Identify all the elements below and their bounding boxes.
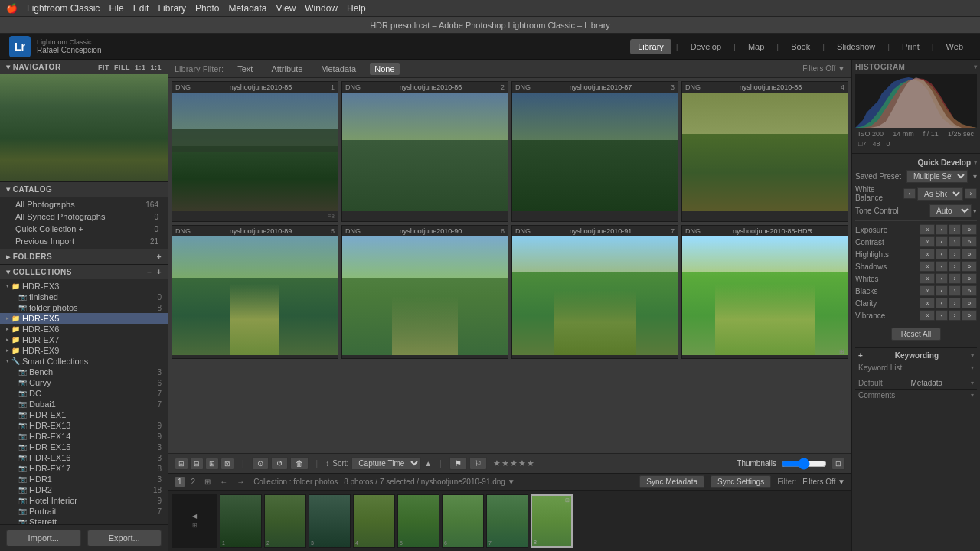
white-balance-select[interactable]: As Shot Auto Daylight	[917, 187, 963, 201]
qd-inc-dbl-highlights[interactable]: »	[962, 249, 977, 259]
delete-btn[interactable]: 🗑	[290, 457, 309, 470]
collection-hdr-ex13[interactable]: 📷 HDR-EX13 9	[0, 420, 168, 431]
status-next-btn[interactable]: →	[234, 477, 247, 487]
qd-dec-dbl-shadows[interactable]: «	[920, 261, 935, 272]
sort-select[interactable]: Capture Time File Name Rating	[351, 457, 421, 470]
status-view-2[interactable]: 2	[188, 477, 199, 487]
star-3[interactable]: ★	[510, 458, 518, 468]
keyword-list-collapse[interactable]: ▾	[971, 364, 974, 371]
tone-control-arrow[interactable]: ▾	[973, 207, 977, 215]
saved-preset-select[interactable]: Multiple Setti... Default	[906, 170, 968, 183]
module-tab-library[interactable]: Library	[630, 39, 671, 54]
photo-cell-1[interactable]: DNG nyshootjune2010-85 1 ≡8	[172, 81, 338, 222]
menu-help[interactable]: Help	[347, 3, 366, 14]
qd-inc-dbl-exposure[interactable]: »	[962, 224, 977, 235]
export-button[interactable]: Export...	[87, 530, 162, 546]
photo-cell-5[interactable]: DNG nyshootjune2010-89 5	[172, 225, 338, 359]
nav-fill-btn[interactable]: FILL	[114, 64, 130, 71]
qd-inc-dbl-blacks[interactable]: »	[962, 285, 977, 296]
collection-curvy[interactable]: 📷 Curvy 6	[0, 377, 168, 388]
qd-dec-dbl-exposure[interactable]: «	[920, 224, 935, 235]
collection-hdr-ex3[interactable]: ▾ 📁 HDR-EX3	[0, 281, 168, 292]
collection-smart[interactable]: ▾ 🔧 Smart Collections	[0, 356, 168, 367]
collection-hdr-ex15[interactable]: 📷 HDR-EX15 3	[0, 442, 168, 452]
rotate-btn[interactable]: ↺	[271, 457, 288, 470]
qd-dec-shadows[interactable]: ‹	[936, 261, 948, 272]
keywording-collapse-icon[interactable]: ▾	[971, 352, 974, 359]
menu-metadata[interactable]: Metadata	[228, 3, 266, 14]
collections-header[interactable]: ▾ COLLECTIONS − +	[0, 265, 168, 279]
module-tab-web[interactable]: Web	[939, 39, 971, 54]
collection-sterrett[interactable]: 📷 Sterrett	[0, 517, 168, 524]
filmstrip-thumb-7[interactable]: 7	[486, 494, 528, 548]
import-button[interactable]: Import...	[6, 530, 81, 546]
collection-hdr-ex14[interactable]: 📷 HDR-EX14 9	[0, 431, 168, 442]
module-tab-slideshow[interactable]: Slideshow	[829, 39, 883, 54]
qd-dec-whites[interactable]: ‹	[936, 273, 948, 284]
collection-hotel-interior[interactable]: 📷 Hotel Interior 9	[0, 495, 168, 506]
filmstrip-thumb-6[interactable]: 6	[442, 494, 484, 548]
collection-folder-photos[interactable]: 📷 folder photos 8	[0, 302, 168, 313]
filmstrip-thumb-1[interactable]: 1	[220, 494, 262, 548]
star-1[interactable]: ★	[493, 458, 501, 468]
tone-control-select[interactable]: Auto Manual	[929, 204, 972, 217]
flag-btn[interactable]: ⚑	[449, 457, 467, 470]
qd-dec-exposure[interactable]: ‹	[936, 224, 948, 235]
folders-add-icon[interactable]: +	[157, 253, 162, 261]
qd-dec-dbl-whites[interactable]: «	[920, 273, 935, 284]
filter-tab-metadata[interactable]: Metadata	[316, 63, 361, 75]
filmstrip-thumb-4[interactable]: 4	[353, 494, 395, 548]
module-tab-book[interactable]: Book	[783, 39, 818, 54]
collection-hdr-ex1[interactable]: 📷 HDR-EX1	[0, 409, 168, 420]
collection-portrait[interactable]: 📷 Portrait 7	[0, 506, 168, 517]
qd-inc-dbl-contrast[interactable]: »	[962, 236, 977, 247]
menu-edit[interactable]: Edit	[133, 3, 149, 14]
collection-finished[interactable]: 📷 finished 0	[0, 292, 168, 302]
status-prev-btn[interactable]: ←	[217, 477, 230, 487]
metadata-collapse-icon[interactable]: ▾	[971, 380, 974, 386]
filmstrip-thumb-8[interactable]: 8 ⊞	[531, 494, 573, 548]
catalog-quick-collection[interactable]: Quick Collection + 0	[0, 223, 168, 235]
nav-1to1-btn[interactable]: 1:1	[135, 64, 146, 71]
qd-dec-clarity[interactable]: ‹	[936, 298, 948, 308]
star-4[interactable]: ★	[518, 458, 526, 468]
sort-direction[interactable]: ▲	[424, 459, 432, 468]
grid-view-btn[interactable]: ⊞	[175, 458, 188, 470]
photo-cell-7[interactable]: DNG nyshootjune2010-91 7	[511, 225, 678, 359]
photo-cell-8[interactable]: DNG nyshootjune2010-85-HDR ⊞	[681, 225, 848, 359]
module-tab-print[interactable]: Print	[894, 39, 927, 54]
module-tab-map[interactable]: Map	[740, 39, 772, 54]
nav-1to1b-btn[interactable]: 1:1	[150, 64, 162, 71]
photo-cell-3[interactable]: DNG nyshootjune2010-87 3	[511, 81, 678, 222]
unflag-btn[interactable]: ⚐	[469, 457, 487, 470]
star-5[interactable]: ★	[527, 458, 534, 468]
menu-photo[interactable]: Photo	[195, 3, 219, 14]
survey-view-btn[interactable]: ⊠	[220, 458, 234, 470]
filter-tab-attribute[interactable]: Attribute	[266, 63, 307, 75]
star-2[interactable]: ★	[501, 458, 509, 468]
histogram-collapse-icon[interactable]: ▾	[974, 64, 978, 70]
qd-inc-clarity[interactable]: ›	[949, 298, 961, 308]
reset-all-btn[interactable]: Reset All	[891, 328, 941, 341]
catalog-header[interactable]: ▾ CATALOG	[0, 182, 168, 197]
comments-collapse-icon[interactable]: ▾	[971, 392, 974, 399]
filmstrip-thumb-3[interactable]: 3	[309, 494, 351, 548]
thumbnail-expand-btn[interactable]: ⊡	[831, 458, 845, 470]
module-tab-develop[interactable]: Develop	[683, 39, 729, 54]
qd-inc-shadows[interactable]: ›	[949, 261, 961, 272]
compare-view-btn[interactable]: ⊞	[205, 458, 219, 470]
menu-file[interactable]: File	[109, 3, 123, 14]
collection-hdr1[interactable]: 📷 HDR1 3	[0, 474, 168, 484]
wb-prev-btn[interactable]: ‹	[903, 188, 916, 199]
qd-dec-vibrance[interactable]: ‹	[936, 310, 948, 321]
qd-inc-whites[interactable]: ›	[949, 273, 961, 284]
collection-hdr-ex9[interactable]: ▸ 📁 HDR-EX9	[0, 345, 168, 356]
navigator-header[interactable]: ▾ NAVIGATOR FIT FILL 1:1 1:1	[0, 60, 168, 74]
qd-dec-highlights[interactable]: ‹	[936, 249, 948, 259]
qd-inc-exposure[interactable]: ›	[949, 224, 961, 235]
qd-dec-dbl-highlights[interactable]: «	[920, 249, 935, 259]
catalog-synced-photos[interactable]: All Synced Photographs 0	[0, 210, 168, 223]
qd-inc-dbl-vibrance[interactable]: »	[962, 310, 977, 321]
qd-inc-contrast[interactable]: ›	[949, 236, 961, 247]
photo-cell-2[interactable]: DNG nyshootjune2010-86 2	[341, 81, 508, 222]
